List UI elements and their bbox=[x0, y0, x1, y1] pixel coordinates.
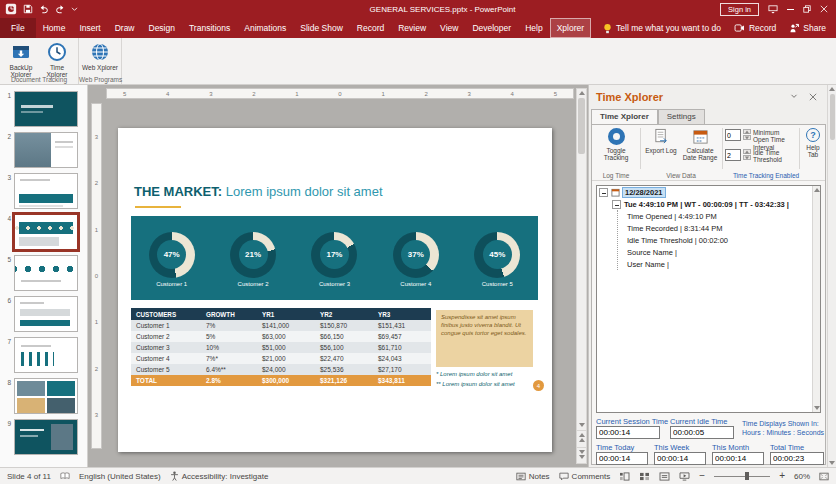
scroll-up-icon[interactable] bbox=[579, 91, 585, 95]
tree-item[interactable]: Time Recorded | 8:31:44 PM bbox=[618, 222, 820, 234]
fit-slide-to-window-button[interactable] bbox=[819, 472, 829, 481]
ribbon-display-options-icon[interactable] bbox=[768, 5, 778, 14]
slide-thumbnail-1[interactable]: 1 bbox=[2, 91, 83, 127]
donut-customer-5[interactable]: 45%Customer 5 bbox=[474, 232, 520, 287]
comments-button[interactable]: Comments bbox=[559, 472, 611, 481]
language-indicator[interactable]: English (United States) bbox=[79, 472, 161, 481]
undo-icon[interactable] bbox=[39, 4, 49, 14]
restore-icon[interactable] bbox=[803, 5, 811, 13]
tab-slide-show[interactable]: Slide Show bbox=[293, 18, 350, 38]
side-note-box[interactable]: Suspendisse sit amet ipsum finibus justo… bbox=[436, 310, 533, 367]
help-tab-button[interactable]: ? Help Tab bbox=[801, 128, 825, 159]
this-month-value[interactable] bbox=[712, 452, 764, 465]
tab-view[interactable]: View bbox=[433, 18, 465, 38]
slide-thumbnail-image[interactable] bbox=[14, 91, 78, 127]
slide-thumbnail-image[interactable] bbox=[14, 296, 78, 332]
slide-thumbnail-7[interactable]: 7 bbox=[2, 337, 83, 373]
save-icon[interactable] bbox=[23, 4, 33, 14]
slideshow-view-button[interactable] bbox=[679, 472, 690, 481]
this-week-value[interactable] bbox=[654, 452, 706, 465]
tab-xplorer[interactable]: Xplorer bbox=[550, 18, 591, 38]
slide-canvas[interactable]: THE MARKET: Lorem ipsum dolor sit amet 4… bbox=[118, 128, 552, 452]
slide-thumbnail-2[interactable]: 2 bbox=[2, 132, 83, 168]
donut-chart[interactable]: 21% bbox=[230, 232, 276, 278]
donut-customer-2[interactable]: 21%Customer 2 bbox=[230, 232, 276, 287]
accessibility-checker[interactable]: Accessibility: Investigate bbox=[170, 471, 269, 481]
donut-chart[interactable]: 37% bbox=[393, 232, 439, 278]
spinner-arrows[interactable] bbox=[743, 129, 751, 140]
zoom-level[interactable]: 60% bbox=[794, 472, 810, 481]
backup-xplorer-button[interactable]: BackUp Xplorer bbox=[3, 41, 39, 79]
tab-draw[interactable]: Draw bbox=[108, 18, 142, 38]
tree-item[interactable]: Source Name | bbox=[618, 246, 820, 258]
slide-thumbnail-image[interactable] bbox=[14, 214, 78, 250]
donut-chart[interactable]: 45% bbox=[474, 232, 520, 278]
tab-home[interactable]: Home bbox=[36, 18, 73, 38]
pane-options-chevron-icon[interactable] bbox=[790, 94, 798, 99]
tab-record[interactable]: Record bbox=[350, 18, 391, 38]
tree-item[interactable]: User Name | bbox=[618, 258, 820, 270]
idle-threshold-input[interactable] bbox=[725, 149, 741, 161]
collapse-icon[interactable] bbox=[599, 188, 608, 197]
tab-file[interactable]: File bbox=[0, 18, 36, 38]
slide-thumbnail-image[interactable] bbox=[14, 378, 78, 414]
slide-thumbnail-image[interactable] bbox=[14, 132, 78, 168]
export-log-button[interactable]: Export Log bbox=[644, 128, 678, 154]
tell-me-box[interactable]: Tell me what you want to do bbox=[595, 18, 729, 38]
spell-check-button[interactable] bbox=[60, 472, 70, 480]
pane-close-icon[interactable] bbox=[809, 93, 817, 101]
slide-thumbnail-image[interactable] bbox=[14, 337, 78, 373]
slide-thumbnail-9[interactable]: 9 bbox=[2, 419, 83, 455]
tab-review[interactable]: Review bbox=[391, 18, 433, 38]
qat-customize-icon[interactable] bbox=[71, 7, 78, 12]
tab-design[interactable]: Design bbox=[142, 18, 182, 38]
scrollbar-thumb[interactable] bbox=[830, 94, 835, 140]
slide-thumbnail-6[interactable]: 6 bbox=[2, 296, 83, 332]
horizontal-ruler[interactable]: 54321012345 bbox=[106, 88, 574, 99]
tab-transitions[interactable]: Transitions bbox=[182, 18, 237, 38]
scrollbar-thumb[interactable] bbox=[578, 98, 585, 154]
reading-view-button[interactable] bbox=[659, 472, 670, 481]
zoom-out-button[interactable]: − bbox=[699, 471, 705, 481]
tab-developer[interactable]: Developer bbox=[465, 18, 518, 38]
notes-button[interactable]: Notes bbox=[516, 472, 550, 481]
previous-slide-button[interactable] bbox=[577, 430, 586, 444]
slide-counter[interactable]: Slide 4 of 11 bbox=[7, 472, 51, 481]
editor-vertical-scrollbar[interactable] bbox=[576, 88, 587, 464]
pane-tab-time-xplorer[interactable]: Time Xplorer bbox=[591, 109, 658, 124]
tree-date-row[interactable]: 12/28/2021 bbox=[597, 186, 820, 198]
spinner-arrows[interactable] bbox=[743, 149, 751, 160]
normal-view-button[interactable] bbox=[619, 472, 630, 481]
slide-thumbnail-8[interactable]: 8 bbox=[2, 378, 83, 414]
time-today-value[interactable] bbox=[596, 452, 648, 465]
min-open-time-input[interactable] bbox=[725, 129, 741, 141]
tree-scrollbar[interactable] bbox=[812, 186, 820, 412]
donut-chart[interactable]: 17% bbox=[311, 232, 357, 278]
close-icon[interactable] bbox=[820, 5, 828, 13]
minimize-icon[interactable] bbox=[787, 9, 794, 10]
zoom-slider[interactable] bbox=[714, 476, 770, 477]
slide-thumbnail-image[interactable] bbox=[14, 255, 78, 291]
tree-item[interactable]: Time Opened | 4:49:10 PM bbox=[618, 210, 820, 222]
tree-session-label[interactable]: Tue 4:49:10 PM | WT - 00:00:09 | TT - 03… bbox=[624, 200, 789, 209]
collapse-icon[interactable] bbox=[612, 200, 621, 209]
donut-customer-4[interactable]: 37%Customer 4 bbox=[393, 232, 439, 287]
web-xplorer-button[interactable]: Web Xplorer bbox=[82, 41, 118, 71]
next-slide-button[interactable] bbox=[577, 447, 586, 461]
pane-scrollbar[interactable] bbox=[827, 85, 836, 467]
scroll-up-icon[interactable] bbox=[829, 87, 835, 91]
donut-chart[interactable]: 47% bbox=[149, 232, 195, 278]
pane-tab-settings[interactable]: Settings bbox=[658, 109, 705, 124]
calculate-date-range-button[interactable]: Calculate Date Range bbox=[680, 128, 720, 162]
market-table[interactable]: CUSTOMERS GROWTH YR1 YR2 YR3 Customer 17… bbox=[131, 308, 431, 386]
zoom-in-button[interactable]: + bbox=[779, 471, 785, 481]
share-button[interactable]: Share bbox=[789, 23, 826, 33]
donut-chart-band[interactable]: 47%Customer 1 21%Customer 2 17%Customer … bbox=[131, 216, 538, 300]
scroll-down-icon[interactable] bbox=[829, 461, 835, 465]
slide-sorter-view-button[interactable] bbox=[639, 472, 650, 481]
tree-session-row[interactable]: Tue 4:49:10 PM | WT - 00:00:09 | TT - 03… bbox=[597, 198, 820, 210]
total-time-value[interactable] bbox=[770, 452, 824, 465]
donut-customer-3[interactable]: 17%Customer 3 bbox=[311, 232, 357, 287]
time-log-tree[interactable]: 12/28/2021 Tue 4:49:10 PM | WT - 00:00:0… bbox=[596, 185, 821, 413]
slide-thumbnail-image[interactable] bbox=[14, 173, 78, 209]
